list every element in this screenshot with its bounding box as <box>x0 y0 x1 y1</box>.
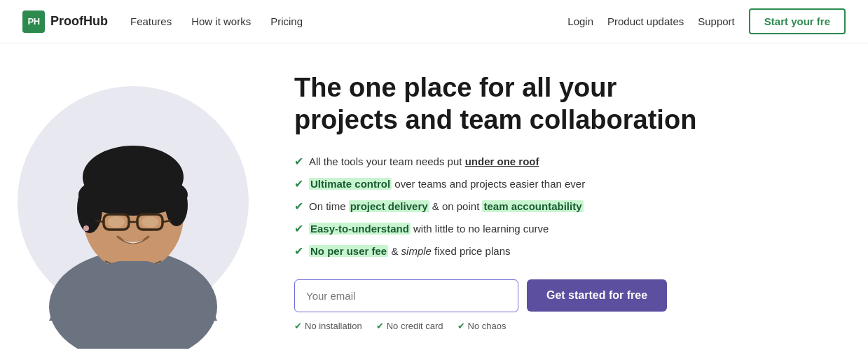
sub-note-installation: ✔ No installation <box>294 321 362 331</box>
hero-text: The one place for all your projects and … <box>266 72 826 330</box>
features-list: ✔ All the tools your team needs put unde… <box>294 153 826 260</box>
check-icon-1: ✔ <box>294 153 303 170</box>
svg-point-13 <box>142 216 158 228</box>
check-icon-2: ✔ <box>294 176 303 193</box>
nav-right: Login Product updates Support Start your… <box>567 8 846 34</box>
cta-area: Get started for free <box>294 279 826 312</box>
logo-text: ProofHub <box>50 14 108 29</box>
sub-note-label-2: No credit card <box>387 321 443 331</box>
sub-check-3: ✔ <box>457 321 465 331</box>
get-started-button[interactable]: Get started for free <box>527 279 667 312</box>
email-input[interactable] <box>294 279 518 312</box>
sub-check-1: ✔ <box>294 321 302 331</box>
svg-point-6 <box>165 184 188 226</box>
feature-item-4: ✔ Easy-to-understand with little to no l… <box>294 221 826 237</box>
check-icon-3: ✔ <box>294 198 303 215</box>
feature-item-2: ✔ Ultimate control over teams and projec… <box>294 176 826 193</box>
main-content: The one place for all your projects and … <box>0 43 868 360</box>
sub-notes: ✔ No installation ✔ No credit card ✔ No … <box>294 321 826 331</box>
hero-person-image <box>28 55 238 349</box>
logo-icon: PH <box>22 11 45 33</box>
hero-title: The one place for all your projects and … <box>294 72 826 136</box>
check-icon-4: ✔ <box>294 221 303 237</box>
sub-note-label-3: No chaos <box>468 321 507 331</box>
svg-point-5 <box>77 184 102 233</box>
feature-item-5: ✔ No per user fee & simple fixed price p… <box>294 243 826 260</box>
feature-item-3: ✔ On time project delivery & on point te… <box>294 198 826 215</box>
main-nav: Features How it works Pricing <box>130 15 303 27</box>
check-icon-5: ✔ <box>294 243 303 260</box>
nav-features[interactable]: Features <box>130 15 172 27</box>
feature-item-1: ✔ All the tools your team needs put unde… <box>294 153 826 170</box>
svg-point-12 <box>108 216 125 228</box>
sub-note-credit-card: ✔ No credit card <box>376 321 443 331</box>
nav-how-it-works[interactable]: How it works <box>191 15 251 27</box>
nav-product-updates[interactable]: Product updates <box>607 15 684 27</box>
nav-login[interactable]: Login <box>567 15 593 27</box>
sub-note-label-1: No installation <box>305 321 362 331</box>
nav-pricing[interactable]: Pricing <box>270 15 303 27</box>
start-free-button[interactable]: Start your fre <box>749 8 846 34</box>
logo-area: PH ProofHub <box>22 11 108 33</box>
hero-image-area <box>0 43 266 360</box>
svg-point-14 <box>83 225 89 231</box>
nav-support[interactable]: Support <box>698 15 735 27</box>
sub-check-2: ✔ <box>376 321 384 331</box>
sub-note-chaos: ✔ No chaos <box>457 321 507 331</box>
